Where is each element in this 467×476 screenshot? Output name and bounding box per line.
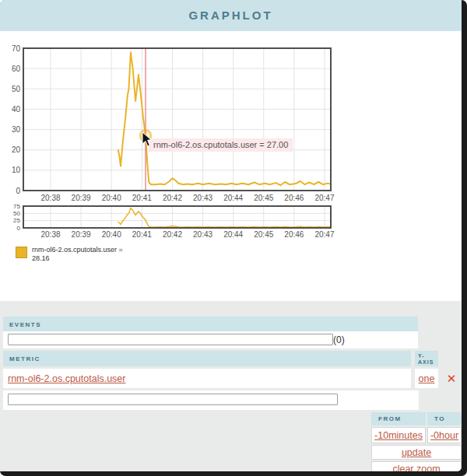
- metric-yaxis-cell: one: [415, 369, 438, 388]
- page: GRAPHLOT 20:3820:3920:4020:4120:4220:432…: [0, 0, 462, 471]
- app-header: GRAPHLOT: [0, 0, 462, 31]
- svg-text:0: 0: [16, 187, 20, 195]
- to-value-link[interactable]: -0hour: [430, 430, 458, 441]
- metric-name-link[interactable]: rnm-ol6-2.os.cputotals.user: [8, 373, 125, 384]
- svg-text:30: 30: [12, 125, 21, 134]
- legend-series-name: rnm-ol6-2.os.cputotals.user =: [32, 246, 123, 254]
- yaxis-column-header: Y- AXIS: [415, 351, 438, 366]
- svg-text:20:42: 20:42: [163, 230, 182, 239]
- events-row: (0): [3, 331, 418, 348]
- from-label: FROM: [378, 415, 402, 422]
- events-input[interactable]: [8, 334, 333, 345]
- svg-text:50: 50: [13, 210, 20, 217]
- to-cell: -0hour: [427, 427, 462, 443]
- to-column-header: TO: [427, 412, 462, 425]
- svg-text:20:47: 20:47: [314, 194, 334, 202]
- new-metric-row: [3, 390, 419, 410]
- svg-text:20:39: 20:39: [72, 194, 91, 202]
- new-metric-input[interactable]: [8, 394, 338, 405]
- svg-text:25: 25: [13, 217, 20, 224]
- from-column-header: FROM: [371, 412, 426, 425]
- events-label: EVENTS: [9, 320, 41, 327]
- svg-text:20:41: 20:41: [132, 194, 152, 202]
- svg-text:50: 50: [12, 85, 21, 93]
- svg-text:70: 70: [12, 44, 21, 53]
- svg-text:20:41: 20:41: [132, 230, 152, 239]
- svg-text:0: 0: [17, 225, 21, 232]
- overview-chart[interactable]: 20:3820:3920:4020:4120:4220:4320:4420:45…: [0, 204, 342, 243]
- svg-text:20:46: 20:46: [284, 194, 304, 202]
- svg-text:20:38: 20:38: [40, 194, 60, 202]
- mouse-cursor-icon: [142, 131, 153, 147]
- svg-text:20:44: 20:44: [223, 230, 243, 239]
- svg-text:20:38: 20:38: [40, 230, 60, 239]
- events-section-header: EVENTS: [3, 317, 418, 331]
- window-frame: GRAPHLOT 20:3820:3920:4020:4120:4220:432…: [0, 0, 467, 476]
- chart-legend: rnm-ol6-2.os.cputotals.user = 28.16: [16, 246, 123, 263]
- svg-text:20:40: 20:40: [102, 230, 121, 239]
- page-title: GRAPHLOT: [188, 9, 272, 22]
- metric-section-header: METRIC: [3, 351, 411, 366]
- update-row: update: [371, 445, 462, 460]
- svg-text:20:40: 20:40: [102, 194, 121, 202]
- metric-row: rnm-ol6-2.os.cputotals.user: [3, 369, 411, 388]
- legend-series-value: 28.16: [32, 254, 123, 263]
- clear-zoom-row: clear zoom: [371, 461, 462, 471]
- delete-metric-icon[interactable]: ✕: [444, 369, 459, 388]
- svg-text:20:43: 20:43: [193, 230, 212, 239]
- svg-text:20:46: 20:46: [284, 230, 304, 239]
- update-link[interactable]: update: [402, 447, 431, 458]
- tooltip-text: rnm-ol6-2.os.cputotals.user = 27.00: [153, 140, 288, 149]
- svg-text:20:39: 20:39: [72, 230, 91, 239]
- yaxis-label-line1: Y-: [418, 353, 438, 359]
- metric-label: METRIC: [9, 355, 40, 362]
- svg-text:75: 75: [13, 204, 20, 210]
- legend-swatch: [16, 247, 27, 258]
- svg-text:20: 20: [12, 145, 21, 154]
- svg-text:20:43: 20:43: [193, 194, 212, 202]
- svg-text:20:45: 20:45: [254, 230, 273, 239]
- svg-text:20:45: 20:45: [254, 194, 273, 202]
- yaxis-label-line2: AXIS: [418, 359, 438, 366]
- svg-text:20:44: 20:44: [223, 194, 243, 202]
- clear-zoom-link[interactable]: clear zoom: [392, 464, 440, 472]
- from-cell: -10minutes: [371, 427, 426, 443]
- to-label: TO: [434, 415, 445, 422]
- svg-text:60: 60: [12, 65, 21, 73]
- svg-text:20:47: 20:47: [314, 230, 334, 239]
- from-value-link[interactable]: -10minutes: [374, 430, 423, 441]
- svg-text:20:42: 20:42: [163, 194, 182, 202]
- hover-tooltip: rnm-ol6-2.os.cputotals.user = 27.00: [149, 138, 293, 152]
- svg-text:40: 40: [12, 105, 21, 114]
- main-chart[interactable]: 20:3820:3920:4020:4120:4220:4320:4420:45…: [0, 43, 342, 204]
- events-count: (0): [333, 334, 345, 345]
- yaxis-one-link[interactable]: one: [419, 373, 435, 384]
- svg-text:10: 10: [12, 166, 21, 174]
